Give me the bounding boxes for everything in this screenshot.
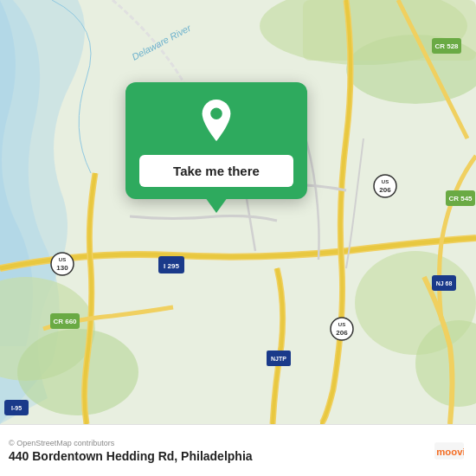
- svg-point-32: [210, 108, 222, 120]
- svg-text:206: 206: [336, 329, 348, 337]
- svg-text:US: US: [338, 322, 345, 327]
- location-card: Take me there: [125, 82, 307, 199]
- svg-text:NJTP: NJTP: [271, 356, 286, 362]
- moovit-icon: moovit: [434, 436, 464, 466]
- svg-text:I-95: I-95: [11, 405, 22, 411]
- osm-credit: © OpenStreetMap contributors: [9, 439, 253, 447]
- svg-text:US: US: [59, 257, 66, 262]
- svg-text:I 295: I 295: [164, 262, 179, 270]
- take-me-there-button[interactable]: Take me there: [139, 155, 293, 187]
- svg-text:CR 660: CR 660: [53, 318, 77, 325]
- bottom-left: © OpenStreetMap contributors 440 Bordent…: [9, 439, 253, 463]
- bottom-bar: © OpenStreetMap contributors 440 Bordent…: [0, 424, 476, 476]
- map-svg: I 295 US 206 US 206 US 130 NJTP CR 528 C…: [0, 0, 476, 424]
- svg-text:CR 545: CR 545: [448, 195, 473, 203]
- svg-text:moovit: moovit: [436, 446, 464, 456]
- svg-text:206: 206: [379, 186, 391, 194]
- svg-point-5: [17, 329, 138, 415]
- address-text: 440 Bordentown Hedding Rd, Philadelphia: [9, 449, 253, 463]
- svg-text:NJ 68: NJ 68: [436, 280, 453, 286]
- svg-text:130: 130: [56, 264, 68, 272]
- moovit-logo: moovit: [434, 436, 464, 466]
- map-area: I 295 US 206 US 206 US 130 NJTP CR 528 C…: [0, 0, 476, 424]
- svg-text:US: US: [382, 179, 389, 184]
- svg-text:CR 528: CR 528: [434, 42, 459, 50]
- location-pin-icon: [196, 98, 236, 145]
